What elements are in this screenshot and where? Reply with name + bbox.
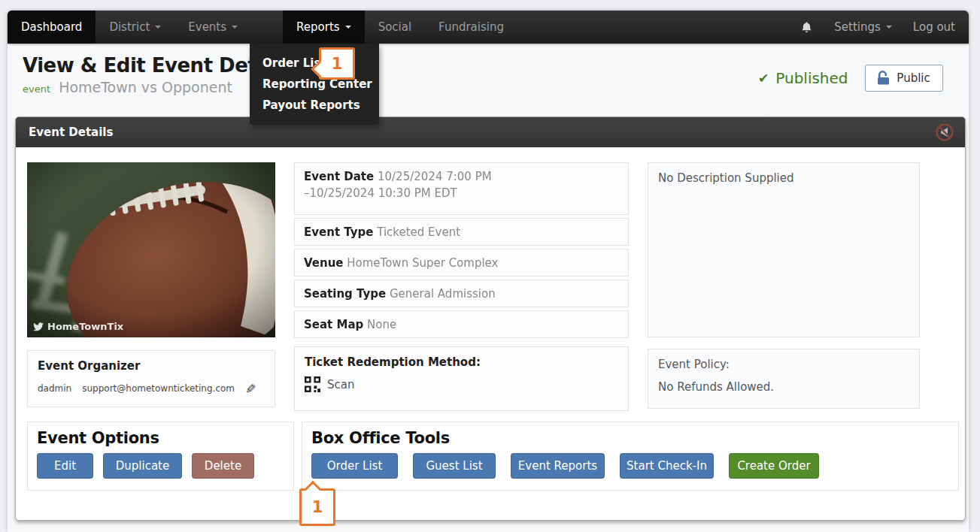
nav-item-dashboard[interactable]: Dashboard [8, 11, 96, 44]
detail-row-venue: Venue HomeTown Super Complex [294, 249, 629, 277]
nav-item-logout[interactable]: Log out [913, 20, 955, 34]
step-callout-1-button: 1 [299, 488, 335, 526]
duplicate-button[interactable]: Duplicate [103, 453, 182, 479]
visibility-label: Public [897, 71, 930, 85]
detail-value: HomeTown Super Complex [347, 256, 498, 270]
reports-dropdown-menu: Order List Reporting Center Payout Repor… [250, 44, 379, 125]
notifications-bell-icon[interactable] [800, 21, 813, 34]
delete-button[interactable]: Delete [192, 453, 254, 479]
detail-row-seating-type: Seating Type General Admission [294, 280, 629, 307]
order-list-button[interactable]: Order List [311, 453, 398, 479]
redemption-method-row: Scan [305, 376, 618, 392]
event-policy-box: Event Policy: No Refunds Allowed. [648, 349, 920, 409]
nav-item-reports[interactable]: Reports [283, 11, 365, 44]
box-office-tools-box: Box Office Tools Order List Guest List E… [302, 422, 959, 491]
detail-label: Seat Map [304, 318, 363, 331]
top-navbar: Dashboard District Events Reports Social… [8, 11, 969, 44]
step-callout-1-menu: 1 [319, 47, 355, 80]
chevron-down-icon [345, 26, 351, 29]
open-lock-icon [877, 71, 890, 86]
event-reports-button[interactable]: Event Reports [511, 453, 605, 479]
step-number: 1 [312, 498, 323, 516]
nav-label: Settings [834, 20, 881, 34]
status-area: ✔ Published Public [758, 65, 943, 92]
screen: Dashboard District Events Reports Social… [0, 0, 980, 532]
navbar-right: Settings Log out [800, 11, 969, 44]
status-label: Published [775, 69, 848, 87]
event-image: HomeTownTix [27, 162, 275, 337]
detail-value: Ticketed Event [377, 225, 460, 239]
event-name: HomeTown vs Opponent [59, 79, 232, 95]
public-visibility-button[interactable]: Public [865, 65, 943, 92]
check-icon: ✔ [758, 71, 769, 86]
detail-row-seat-map: Seat Map None [294, 310, 629, 338]
panel-header: Event Details [16, 117, 965, 147]
nav-label: District [109, 20, 150, 34]
chevron-down-icon [232, 26, 238, 29]
menu-item-payout-reports[interactable]: Payout Reports [250, 95, 379, 116]
policy-label: Event Policy: [658, 358, 909, 371]
detail-value: 10/25/2024 7:00 PM [378, 170, 492, 183]
image-watermark: HomeTownTix [33, 321, 123, 332]
panel-title: Event Details [29, 125, 113, 139]
twitter-bird-icon [33, 322, 44, 331]
organizer-row: dadmin support@hometownticketing.com ✎ [38, 381, 265, 396]
nav-label: Reports [296, 20, 340, 34]
chevron-down-icon [886, 26, 892, 29]
chevron-down-icon [155, 26, 161, 29]
box-office-title: Box Office Tools [302, 422, 958, 447]
event-organizer-box: Event Organizer dadmin support@hometownt… [27, 350, 275, 407]
qr-code-icon [305, 376, 320, 392]
nav-label: Social [378, 20, 411, 34]
event-details-table: Event Date 10/25/2024 7:00 PM –10/25/202… [294, 162, 629, 338]
create-order-button[interactable]: Create Order [729, 453, 819, 479]
policy-text: No Refunds Allowed. [658, 380, 909, 394]
step-number: 1 [332, 55, 343, 73]
redemption-method: Scan [327, 378, 354, 391]
detail-value: General Admission [390, 287, 496, 301]
description-text: No Description Supplied [658, 171, 794, 185]
event-options-box: Event Options Edit Duplicate Delete [27, 422, 294, 491]
detail-value: None [367, 318, 396, 331]
menu-item-reporting-center[interactable]: Reporting Center [250, 74, 379, 95]
organizer-username: dadmin [38, 383, 71, 394]
detail-label: Venue [304, 256, 344, 270]
box-office-buttons: Order List Guest List Event Reports Star… [302, 447, 958, 479]
nav-label: Dashboard [21, 20, 82, 34]
nav-item-fundraising[interactable]: Fundraising [425, 11, 517, 44]
ticket-redemption-box: Ticket Redemption Method: Scan [294, 346, 629, 411]
watermark-text: HomeTownTix [47, 321, 123, 332]
nav-item-events[interactable]: Events [174, 11, 251, 44]
start-check-in-button[interactable]: Start Check-In [620, 453, 714, 479]
detail-value-2: –10/25/2024 10:30 PM EDT [304, 186, 457, 200]
redemption-title: Ticket Redemption Method: [305, 355, 618, 369]
event-type-tag: event [23, 83, 50, 95]
detail-label: Seating Type [304, 287, 386, 301]
nav-label: Events [188, 20, 226, 34]
organizer-email: support@hometownticketing.com [82, 383, 235, 394]
edit-pencil-icon[interactable]: ✎ [243, 383, 258, 394]
organizer-title: Event Organizer [38, 359, 265, 373]
nav-label: Fundraising [438, 20, 504, 34]
nav-item-social[interactable]: Social [365, 11, 425, 44]
page-container: Dashboard District Events Reports Social… [8, 11, 969, 532]
event-options-title: Event Options [28, 422, 293, 447]
guest-list-button[interactable]: Guest List [413, 453, 496, 479]
edit-button[interactable]: Edit [37, 453, 93, 479]
detail-label: Event Type [304, 225, 373, 239]
detail-row-event-date: Event Date 10/25/2024 7:00 PM –10/25/202… [294, 162, 629, 215]
published-status: ✔ Published [758, 69, 848, 87]
event-options-buttons: Edit Duplicate Delete [28, 447, 293, 479]
detail-row-event-type: Event Type Ticketed Event [294, 218, 629, 246]
event-details-panel: Event Details [15, 116, 966, 521]
nav-label: Log out [913, 20, 955, 34]
detail-label: Event Date [304, 170, 374, 183]
description-box: No Description Supplied [648, 162, 920, 337]
promotion-disabled-icon[interactable] [935, 122, 954, 142]
nav-item-settings[interactable]: Settings [834, 20, 892, 34]
nav-item-district[interactable]: District [96, 11, 174, 44]
